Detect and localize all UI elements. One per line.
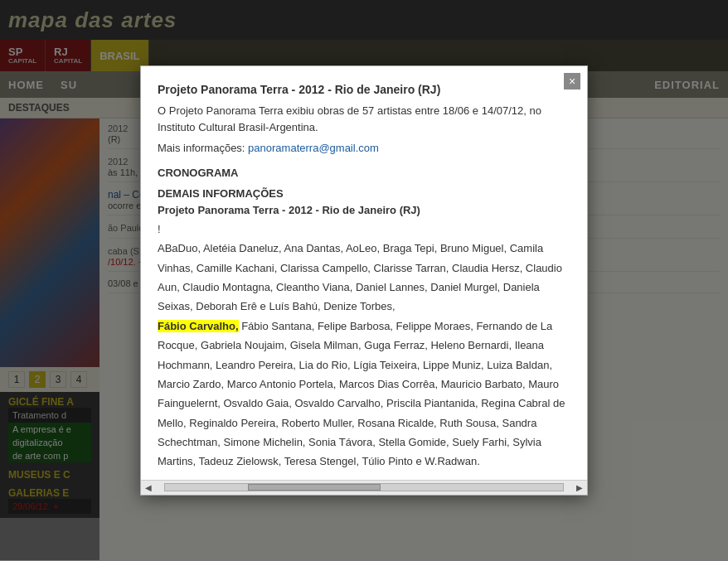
modal-subtitle: Projeto Panorama Terra - 2012 - Rio de J…	[158, 204, 570, 216]
modal-artists: ABaDuo, Aletéia Daneluz, Ana Dantas, AoL…	[158, 239, 570, 472]
modal-scrollbar[interactable]: ◀ ▶	[141, 480, 587, 495]
modal-description: O Projeto Panorama Terra exibiu obras de…	[158, 103, 570, 135]
modal-dialog: × Projeto Panorama Terra - 2012 - Rio de…	[140, 65, 588, 496]
modal-body: Projeto Panorama Terra - 2012 - Rio de J…	[141, 66, 587, 480]
artists-text-2: Fábio Santana, Felipe Barbosa, Felippe M…	[158, 320, 565, 468]
modal-email-value: panoramaterra@gmail.com	[248, 142, 379, 154]
modal-title: Projeto Panorama Terra - 2012 - Rio de J…	[158, 83, 570, 96]
modal-overlay: × Projeto Panorama Terra - 2012 - Rio de…	[0, 0, 728, 561]
scrollbar-left-arrow[interactable]: ◀	[145, 483, 152, 492]
scrollbar-thumb[interactable]	[248, 484, 381, 491]
modal-email-line: Mais informações: panoramaterra@gmail.co…	[158, 142, 570, 154]
modal-close-button[interactable]: ×	[564, 73, 580, 89]
modal-empty-line: !	[158, 223, 570, 235]
modal-cronograma: CRONOGRAMA	[158, 167, 570, 179]
modal-more-info: DEMAIS INFORMAÇÕES	[158, 187, 570, 200]
artist-highlight: Fábio Carvalho,	[158, 320, 239, 332]
scrollbar-track[interactable]	[164, 483, 564, 491]
modal-email-label: Mais informações:	[158, 142, 245, 154]
scrollbar-right-arrow[interactable]: ▶	[576, 483, 583, 492]
artists-text-1: ABaDuo, Aletéia Daneluz, Ana Dantas, AoL…	[158, 242, 562, 312]
